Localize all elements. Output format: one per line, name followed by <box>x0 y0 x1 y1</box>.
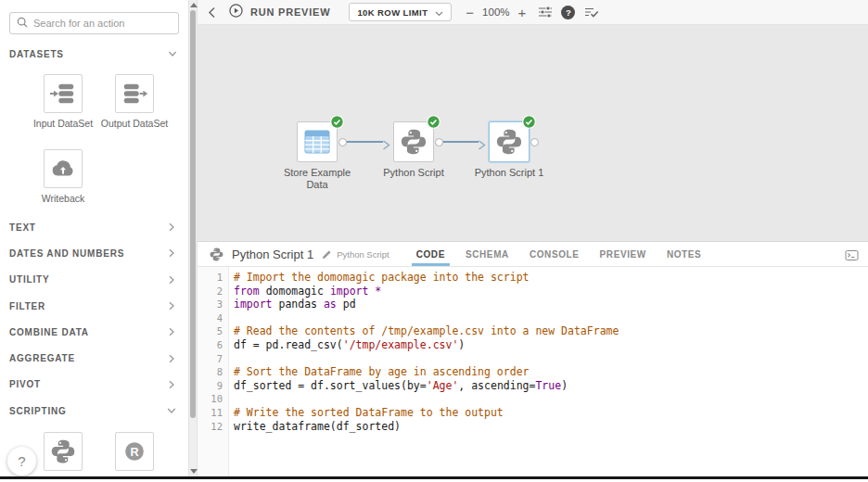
tab-notes[interactable]: NOTES <box>657 242 711 266</box>
tab-code[interactable]: CODE <box>406 242 455 266</box>
output-port[interactable] <box>338 138 347 146</box>
sidebar-item-text[interactable]: TEXT <box>0 214 188 240</box>
sidebar-item-aggregate[interactable]: AGGREGATE <box>0 345 188 371</box>
code-line[interactable]: 9df_sorted = df.sort_values(by='Age', as… <box>198 379 868 393</box>
category-label: COMBINE DATA <box>9 327 89 337</box>
edge-connector <box>442 141 479 143</box>
chevron-right-icon <box>167 380 176 389</box>
sidebar-item-pivot[interactable]: PIVOT <box>0 372 188 398</box>
sidebar-item-scripting[interactable]: SCRIPTING <box>0 398 188 424</box>
category-label: PIVOT <box>9 379 41 389</box>
validation-checklist-button[interactable] <box>584 6 599 19</box>
chevron-right-icon <box>167 301 176 311</box>
action-r-script[interactable]: R <box>115 432 154 471</box>
category-label: AGGREGATE <box>9 353 75 363</box>
code-line[interactable]: 10 <box>198 392 868 406</box>
tab-console[interactable]: CONSOLE <box>519 242 590 266</box>
code-text: df = pd.read_csv('/tmp/example.csv') <box>229 338 465 352</box>
line-number: 1 <box>198 271 229 285</box>
node-detail-panel: Python Script 1 Python Script CODESCHEMA… <box>198 241 868 476</box>
zoom-level-label: 100% <box>482 6 509 18</box>
code-line[interactable]: 11# Write the sorted DataFrame to the ou… <box>198 406 868 420</box>
action-categories: TEXTDATES AND NUMBERSUTILITYFILTERCOMBIN… <box>0 214 188 424</box>
row-limit-dropdown[interactable]: 10K ROW LIMIT <box>349 3 452 21</box>
sidebar-item-filter[interactable]: FILTER <box>0 293 188 319</box>
code-line[interactable]: 4 <box>198 311 868 325</box>
zoom-out-button[interactable]: − <box>466 6 474 19</box>
tab-label: PREVIEW <box>600 249 646 260</box>
action-python-script[interactable] <box>44 432 83 471</box>
minus-icon: − <box>466 6 474 19</box>
code-text: df_sorted = df.sort_values(by='Age', asc… <box>229 379 568 393</box>
code-text: from domomagic import * <box>229 285 381 298</box>
edge-connector <box>346 141 383 143</box>
search-icon <box>17 15 28 32</box>
chevron-right-icon <box>167 327 176 336</box>
code-line[interactable]: 1# Import the domomagic package into the… <box>198 271 868 285</box>
plus-icon: + <box>518 6 527 19</box>
code-text <box>229 352 234 366</box>
expand-editor-button[interactable] <box>845 248 859 265</box>
chevron-right-icon <box>167 248 176 258</box>
sidebar-item-datasets[interactable]: DATASETS <box>9 44 177 63</box>
code-editor[interactable]: 1# Import the domomagic package into the… <box>198 267 868 476</box>
panel-subtitle: Python Script <box>337 249 389 260</box>
code-line[interactable]: 2from domomagic import * <box>198 285 868 298</box>
sidebar-item-utility[interactable]: UTILITY <box>0 267 188 293</box>
tab-label: CONSOLE <box>530 249 580 260</box>
scroll-down-arrow-icon[interactable] <box>190 469 198 474</box>
code-text <box>229 311 234 325</box>
tab-preview[interactable]: PREVIEW <box>590 242 657 266</box>
run-preview-button[interactable]: RUN PREVIEW <box>229 4 330 21</box>
panel-header: Python Script 1 Python Script CODESCHEMA… <box>198 242 868 267</box>
code-line[interactable]: 12write_dataframe(df_sorted) <box>198 420 868 434</box>
sidebar-scrollbar[interactable] <box>188 0 198 476</box>
tab-label: SCHEMA <box>466 249 509 260</box>
line-number: 4 <box>198 311 229 325</box>
output-port[interactable] <box>435 138 443 146</box>
code-text: import pandas as pd <box>229 298 356 311</box>
action-search-box[interactable] <box>9 12 179 34</box>
line-number: 5 <box>198 324 229 338</box>
help-button[interactable]: ? <box>7 447 36 476</box>
code-line[interactable]: 6df = pd.read_csv('/tmp/example.csv') <box>198 338 868 352</box>
help-question-label: ? <box>566 7 571 18</box>
category-label: TEXT <box>9 222 36 233</box>
code-line[interactable]: 5# Read the contents of /tmp/example.csv… <box>198 324 868 338</box>
tab-schema[interactable]: SCHEMA <box>455 242 519 266</box>
sidebar-item-combine-data[interactable]: COMBINE DATA <box>0 319 188 345</box>
table-icon <box>302 127 332 157</box>
code-text <box>229 392 234 406</box>
code-text: # Read the contents of /tmp/example.csv … <box>229 324 619 338</box>
pencil-icon[interactable] <box>322 249 332 260</box>
line-number: 2 <box>198 285 229 298</box>
canvas-settings-button[interactable] <box>538 5 553 19</box>
python-icon <box>49 438 77 465</box>
code-line[interactable]: 3import pandas as pd <box>198 298 868 311</box>
action-output-dataset[interactable] <box>115 74 154 113</box>
check-badge-icon <box>330 115 344 129</box>
action-input-dataset[interactable] <box>44 74 83 113</box>
scroll-up-arrow-icon[interactable] <box>190 3 198 7</box>
output-dataset-icon <box>121 80 148 108</box>
etl-canvas[interactable]: Store Example DataPython ScriptPython Sc… <box>198 25 868 241</box>
datasets-header-label: DATASETS <box>9 49 64 59</box>
code-line[interactable]: 8# Sort the DataFrame by age in ascendin… <box>198 365 868 379</box>
code-text: # Sort the DataFrame by age in ascending… <box>229 365 530 379</box>
scrollbar-thumb[interactable] <box>190 10 196 418</box>
action-writeback[interactable] <box>44 149 83 188</box>
zoom-in-button[interactable]: + <box>518 6 527 19</box>
chevron-down-icon <box>435 4 443 20</box>
check-badge-icon <box>522 115 536 129</box>
code-text: # Write the sorted DataFrame to the outp… <box>229 406 504 420</box>
back-button[interactable] <box>208 6 216 19</box>
category-label: DATES AND NUMBERS <box>9 248 124 259</box>
search-input[interactable] <box>33 18 172 29</box>
sidebar-item-dates-and-numbers[interactable]: DATES AND NUMBERS <box>0 240 188 266</box>
play-circle-icon <box>229 4 243 21</box>
code-lines: 1# Import the domomagic package into the… <box>198 271 868 433</box>
console-window-icon <box>845 249 859 261</box>
toolbar-help-button[interactable]: ? <box>561 6 575 19</box>
output-port[interactable] <box>530 138 539 146</box>
code-line[interactable]: 7 <box>198 352 868 366</box>
